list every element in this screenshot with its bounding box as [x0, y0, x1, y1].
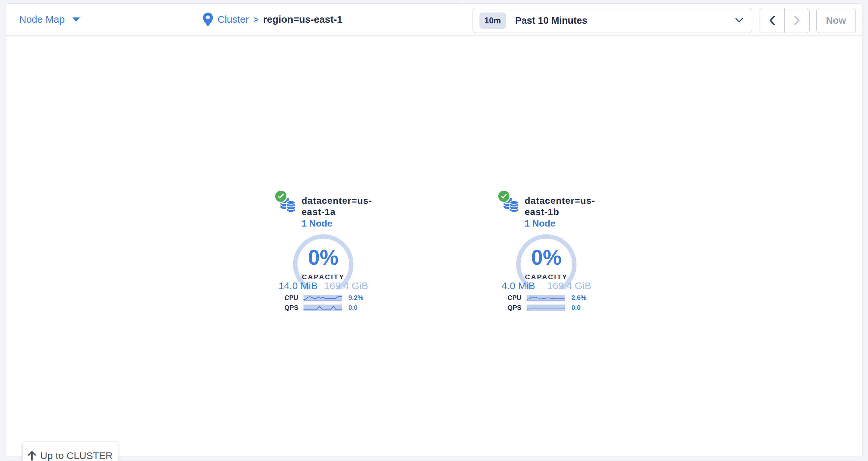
capacity-total: 169.4 GiB: [324, 280, 368, 291]
header-divider: [457, 7, 457, 33]
capacity-used: 14.0 MiB: [278, 280, 317, 291]
qps-sparkline: [527, 305, 565, 310]
time-back-button[interactable]: [760, 8, 785, 33]
cpu-sparkline: [304, 295, 342, 301]
datacenter-card-us-east-1a[interactable]: datacenter=us-east-1a 1 Node 0% CAPACITY…: [261, 191, 386, 312]
arrow-up-icon: [28, 451, 36, 461]
breadcrumb-current-region: region=us-east-1: [263, 14, 342, 25]
qps-sparkline: [304, 305, 342, 310]
datacenter-title: datacenter=us-east-1a: [302, 195, 386, 218]
breadcrumb-cluster-link[interactable]: Cluster: [217, 14, 249, 25]
breadcrumb: Cluster > region=us-east-1: [203, 4, 342, 35]
node-map-canvas: datacenter=us-east-1a 1 Node 0% CAPACITY…: [6, 36, 862, 456]
metric-rows: CPU 2.6% QPS 0.0: [484, 293, 609, 312]
chevron-down-icon: [72, 18, 80, 22]
datacenter-card-us-east-1b[interactable]: datacenter=us-east-1b 1 Node 0% CAPACITY…: [484, 191, 609, 312]
capacity-used: 4.0 MiB: [501, 280, 535, 291]
time-forward-button[interactable]: [785, 8, 809, 33]
healthy-check-icon: [498, 191, 509, 202]
qps-value: 0.0: [348, 304, 358, 311]
datacenter-icon-wrap: [503, 195, 519, 214]
node-map-panel: Node Map Cluster > region=us-east-1 10m …: [6, 3, 863, 456]
cpu-meter-row: CPU 2.6%: [507, 293, 609, 303]
capacity-label: CAPACITY: [514, 273, 579, 281]
metric-rows: CPU 9.2% QPS 0.0: [261, 293, 386, 312]
healthy-check-icon: [275, 191, 286, 202]
chevron-right-icon: [794, 15, 801, 26]
time-range-badge: 10m: [479, 12, 506, 29]
up-to-cluster-label: Up to CLUSTER: [40, 450, 113, 461]
datacenter-icon-wrap: [280, 195, 296, 214]
view-selector-label: Node Map: [19, 14, 65, 25]
location-pin-icon: [203, 12, 213, 26]
cpu-value: 2.6%: [571, 294, 587, 302]
datacenter-node-count: 1 Node: [525, 218, 609, 230]
chevron-left-icon: [769, 15, 776, 26]
cpu-sparkline: [527, 295, 565, 301]
capacity-total: 169.4 GiB: [547, 280, 591, 291]
capacity-usage-row: 4.0 MiB 169.4 GiB: [501, 280, 591, 291]
qps-label: QPS: [284, 304, 304, 311]
capacity-usage-row: 14.0 MiB 169.4 GiB: [278, 280, 368, 291]
datacenter-titles: datacenter=us-east-1a 1 Node: [302, 195, 386, 230]
datacenter-header: datacenter=us-east-1a 1 Node: [280, 195, 386, 230]
cpu-label: CPU: [507, 294, 527, 302]
cpu-value: 9.2%: [348, 294, 364, 302]
time-range-label: Past 10 Minutes: [515, 15, 587, 26]
datacenter-titles: datacenter=us-east-1b 1 Node: [525, 195, 609, 230]
capacity-label: CAPACITY: [290, 273, 356, 281]
qps-meter-row: QPS 0.0: [284, 303, 386, 312]
time-nav-buttons: [760, 8, 810, 33]
view-selector-dropdown[interactable]: Node Map: [19, 4, 80, 35]
capacity-percent: 0%: [290, 245, 356, 270]
up-to-cluster-button[interactable]: Up to CLUSTER: [23, 441, 118, 461]
cpu-meter-row: CPU 9.2%: [284, 293, 386, 303]
qps-label: QPS: [507, 304, 527, 311]
qps-value: 0.0: [571, 304, 581, 311]
header-bar: Node Map Cluster > region=us-east-1 10m …: [6, 4, 862, 36]
breadcrumb-separator: >: [253, 14, 258, 25]
chevron-down-icon: [735, 18, 743, 23]
capacity-percent: 0%: [514, 245, 579, 270]
datacenter-header: datacenter=us-east-1b 1 Node: [503, 195, 609, 230]
datacenter-title: datacenter=us-east-1b: [525, 195, 609, 218]
cpu-label: CPU: [284, 294, 304, 302]
now-button[interactable]: Now: [816, 8, 856, 33]
time-range-dropdown[interactable]: 10m Past 10 Minutes: [472, 8, 752, 33]
qps-meter-row: QPS 0.0: [507, 303, 609, 312]
datacenter-node-count: 1 Node: [302, 218, 386, 230]
